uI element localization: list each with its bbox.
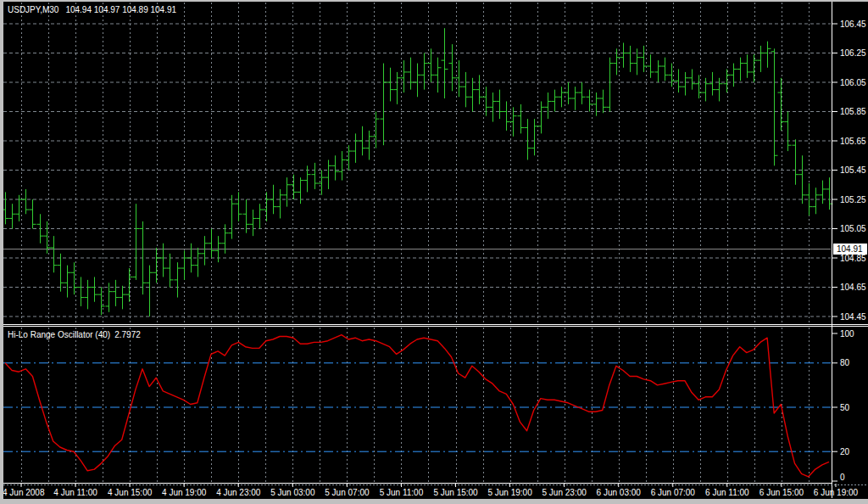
ohlc-values-label: 104.94 104.97 104.89 104.91	[65, 5, 176, 14]
price-axis[interactable]	[832, 2, 868, 483]
indicator-value: 2.7972	[114, 330, 141, 339]
window-border-left	[0, 0, 3, 504]
indicator-name: Hi-Lo Range Oscillator (40)	[8, 330, 110, 339]
current-price-badge: 104.91	[833, 244, 867, 255]
chart-window: 106.45106.25106.05105.85105.65105.45105.…	[0, 0, 868, 504]
indicator-pane[interactable]	[3, 328, 832, 483]
time-axis[interactable]	[3, 483, 868, 499]
main-chart-pane[interactable]	[3, 2, 832, 322]
window-border-bottom	[0, 499, 868, 504]
indicator-label: Hi-Lo Range Oscillator (40)2.7972	[8, 330, 141, 339]
symbol-period-label: USDJPY,M30	[8, 5, 58, 14]
chart-header: USDJPY,M30104.94 104.97 104.89 104.91	[8, 5, 176, 14]
chart-canvas[interactable]: 106.45106.25106.05105.85105.65105.45105.…	[0, 0, 868, 504]
window-border-top	[0, 0, 868, 2]
pane-separator[interactable]	[3, 325, 868, 327]
